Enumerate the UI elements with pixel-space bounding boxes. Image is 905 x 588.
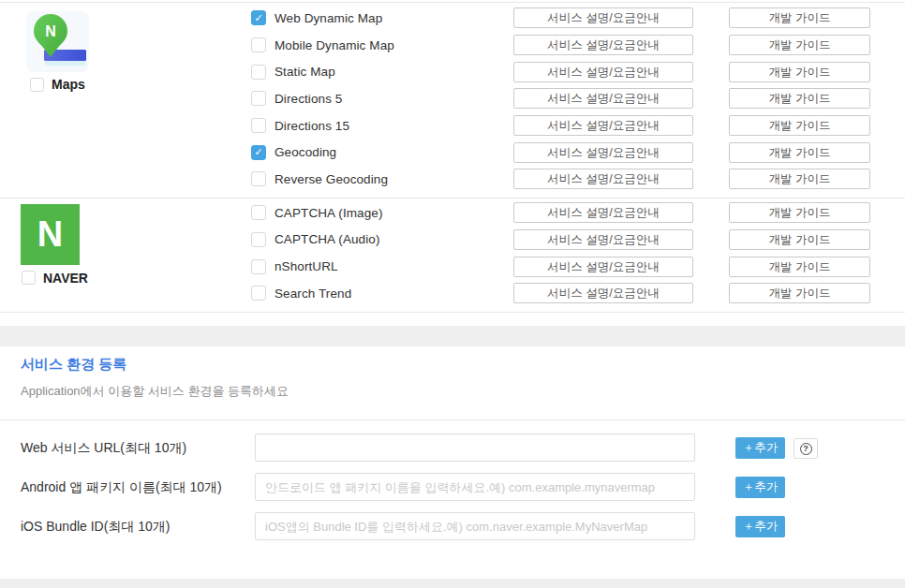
- maps-group-pane: N Maps: [0, 3, 251, 198]
- add-web-url-button[interactable]: ＋추가: [735, 437, 785, 459]
- help-button[interactable]: ?: [794, 438, 818, 459]
- web-url-row: Web 서비스 URL(최대 10개) ＋추가 ?: [0, 434, 905, 462]
- service-row: Directions 15서비스 설명/요금안내개발 가이드: [251, 112, 905, 140]
- service-info-pricing-button[interactable]: 서비스 설명/요금안내: [513, 62, 693, 82]
- env-section-divider: [0, 419, 905, 420]
- service-row: Geocoding서비스 설명/요금안내개발 가이드: [251, 139, 905, 166]
- dev-guide-button[interactable]: 개발 가이드: [729, 88, 870, 109]
- ios-bundle-row: iOS Bundle ID(최대 10개) ＋추가: [0, 512, 905, 540]
- dev-guide-button[interactable]: 개발 가이드: [729, 283, 870, 303]
- service-label: Static Map: [274, 65, 335, 79]
- dev-guide-button[interactable]: 개발 가이드: [729, 169, 870, 189]
- service-row: Search Trend서비스 설명/요금안내개발 가이드: [251, 280, 905, 307]
- service-row: Mobile Dynamic Map서비스 설명/요금안내개발 가이드: [251, 32, 905, 59]
- env-section-subtitle: Application에서 이용할 서비스 환경을 등록하세요: [21, 383, 289, 400]
- service-checkbox[interactable]: [251, 91, 266, 106]
- naver-group-checkbox[interactable]: [22, 271, 36, 285]
- dev-guide-button[interactable]: 개발 가이드: [729, 142, 870, 163]
- service-label: CAPTCHA (Audio): [274, 232, 380, 246]
- web-url-label: Web 서비스 URL(최대 10개): [21, 434, 186, 462]
- service-row: CAPTCHA (Audio)서비스 설명/요금안내개발 가이드: [251, 227, 905, 254]
- service-info-pricing-button[interactable]: 서비스 설명/요금안내: [513, 202, 693, 223]
- service-label: Geocoding: [274, 145, 336, 159]
- question-mark-icon: ?: [800, 443, 812, 455]
- service-row: Directions 5서비스 설명/요금안내개발 가이드: [251, 85, 905, 112]
- dev-guide-button[interactable]: 개발 가이드: [729, 62, 870, 82]
- web-url-input[interactable]: [255, 434, 695, 462]
- service-checkbox[interactable]: [251, 118, 266, 133]
- service-label: nShortURL: [274, 259, 338, 273]
- service-info-pricing-button[interactable]: 서비스 설명/요금안내: [513, 35, 693, 55]
- service-label: Directions 15: [274, 119, 349, 133]
- maps-logo-icon: N: [26, 11, 89, 76]
- service-info-pricing-button[interactable]: 서비스 설명/요금안내: [513, 283, 693, 303]
- service-checkbox[interactable]: [251, 10, 266, 25]
- svg-text:N: N: [45, 23, 56, 39]
- maps-group-row: Maps: [30, 77, 85, 92]
- service-label: Mobile Dynamic Map: [274, 38, 394, 52]
- page-bottom-strip: [0, 579, 905, 588]
- add-android-package-button[interactable]: ＋추가: [735, 477, 785, 498]
- service-label: Directions 5: [274, 92, 342, 106]
- service-label: Web Dynamic Map: [274, 11, 382, 25]
- dev-guide-button[interactable]: 개발 가이드: [729, 35, 870, 55]
- ios-bundle-label: iOS Bundle ID(최대 10개): [21, 512, 171, 540]
- section-divider-band: [0, 326, 905, 346]
- android-package-input[interactable]: [255, 473, 695, 501]
- service-info-pricing-button[interactable]: 서비스 설명/요금안내: [513, 229, 693, 250]
- service-checkbox[interactable]: [251, 232, 266, 247]
- service-info-pricing-button[interactable]: 서비스 설명/요금안내: [513, 142, 693, 163]
- env-section-title: 서비스 환경 등록: [21, 356, 126, 374]
- service-info-pricing-button[interactable]: 서비스 설명/요금안내: [513, 169, 693, 189]
- service-label: Search Trend: [274, 287, 351, 301]
- maps-service-section: N Maps Web Dynamic Map서비스 설명/요금안내개발 가이드M…: [0, 3, 905, 198]
- maps-group-label: Maps: [52, 77, 85, 92]
- service-info-pricing-button[interactable]: 서비스 설명/요금안내: [513, 115, 693, 136]
- naver-logo-letter: N: [37, 214, 63, 255]
- maps-group-checkbox[interactable]: [30, 78, 44, 92]
- ios-bundle-input[interactable]: [255, 512, 695, 540]
- naver-logo-icon: N: [21, 204, 80, 265]
- service-checkbox[interactable]: [251, 171, 266, 186]
- service-label: Reverse Geocoding: [274, 172, 388, 186]
- android-package-row: Android 앱 패키지 이름(최대 10개) ＋추가: [0, 473, 905, 501]
- naver-service-section: N NAVER CAPTCHA (Image)서비스 설명/요금안내개발 가이드…: [0, 198, 905, 313]
- service-info-pricing-button[interactable]: 서비스 설명/요금안내: [513, 257, 693, 277]
- dev-guide-button[interactable]: 개발 가이드: [729, 115, 870, 136]
- service-row: Web Dynamic Map서비스 설명/요금안내개발 가이드: [251, 5, 905, 32]
- service-checkbox[interactable]: [251, 259, 266, 274]
- service-row: CAPTCHA (Image)서비스 설명/요금안내개발 가이드: [251, 199, 905, 227]
- service-row: Static Map서비스 설명/요금안내개발 가이드: [251, 58, 905, 85]
- android-package-label: Android 앱 패키지 이름(최대 10개): [21, 473, 222, 501]
- service-label: CAPTCHA (Image): [274, 206, 383, 220]
- service-row: nShortURL서비스 설명/요금안내개발 가이드: [251, 253, 905, 280]
- add-ios-bundle-button[interactable]: ＋추가: [735, 516, 785, 537]
- naver-group-label: NAVER: [43, 271, 88, 286]
- service-checkbox[interactable]: [251, 65, 266, 80]
- service-checkbox[interactable]: [251, 205, 266, 220]
- service-info-pricing-button[interactable]: 서비스 설명/요금안내: [513, 88, 693, 109]
- naver-group-row: NAVER: [22, 271, 88, 286]
- service-row: Reverse Geocoding서비스 설명/요금안내개발 가이드: [251, 166, 905, 193]
- dev-guide-button[interactable]: 개발 가이드: [729, 257, 870, 277]
- service-checkbox[interactable]: [251, 286, 266, 301]
- dev-guide-button[interactable]: 개발 가이드: [729, 229, 870, 250]
- dev-guide-button[interactable]: 개발 가이드: [729, 7, 870, 28]
- service-checkbox[interactable]: [251, 37, 266, 52]
- service-checkbox[interactable]: [251, 145, 266, 160]
- service-info-pricing-button[interactable]: 서비스 설명/요금안내: [513, 7, 693, 28]
- dev-guide-button[interactable]: 개발 가이드: [729, 202, 870, 223]
- api-services-table: N Maps Web Dynamic Map서비스 설명/요금안내개발 가이드M…: [0, 2, 905, 313]
- naver-group-pane: N NAVER: [0, 198, 251, 312]
